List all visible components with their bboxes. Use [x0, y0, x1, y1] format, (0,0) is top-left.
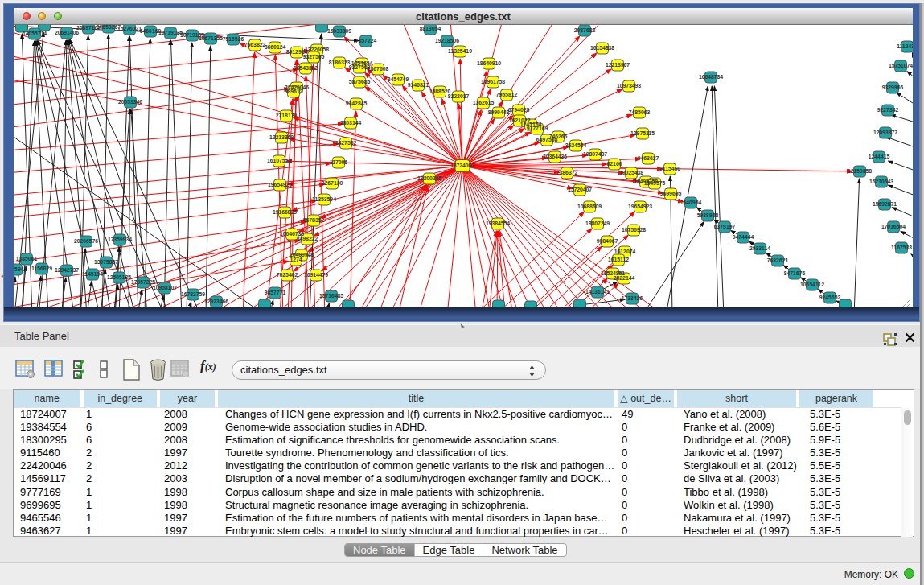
svg-text:20691406: 20691406: [55, 30, 79, 35]
svg-text:7485063: 7485063: [629, 109, 651, 115]
svg-text:8990448: 8990448: [488, 109, 510, 115]
svg-text:16782759: 16782759: [181, 291, 205, 297]
svg-text:19384554: 19384554: [486, 220, 510, 226]
svg-text:11325419: 11325419: [448, 48, 472, 54]
svg-text:2718170: 2718170: [276, 113, 298, 118]
svg-text:16154838: 16154838: [590, 45, 614, 51]
svg-text:12923466: 12923466: [204, 299, 228, 304]
svg-text:1385061: 1385061: [16, 256, 38, 262]
svg-text:8678352: 8678352: [303, 217, 325, 223]
svg-text:7955812: 7955812: [496, 92, 518, 97]
svg-text:1362615: 1362615: [473, 100, 495, 105]
svg-text:10025438: 10025438: [619, 170, 643, 175]
svg-text:8813054: 8813054: [420, 26, 441, 31]
svg-text:20364436: 20364436: [543, 154, 567, 159]
svg-text:9699695: 9699695: [660, 191, 682, 196]
svg-text:20053346: 20053346: [118, 99, 142, 105]
svg-text:15692871: 15692871: [873, 201, 897, 207]
svg-text:1274: 1274: [290, 257, 302, 262]
svg-text:1612074: 1612074: [614, 249, 636, 254]
svg-text:9327505: 9327505: [303, 54, 325, 60]
svg-text:10719135: 10719135: [158, 30, 183, 35]
svg-text:9463627: 9463627: [638, 155, 659, 161]
svg-text:10654112: 10654112: [800, 282, 824, 287]
svg-text:12213967: 12213967: [606, 62, 630, 68]
svg-text:2087682: 2087682: [574, 27, 596, 33]
svg-text:7632621: 7632621: [767, 257, 789, 263]
svg-text:16914479: 16914479: [304, 272, 328, 278]
svg-text:1244415: 1244415: [869, 154, 890, 159]
svg-text:20206576: 20206576: [74, 238, 98, 244]
svg-text:10756928: 10756928: [622, 227, 646, 233]
svg-text:8454749: 8454749: [388, 76, 409, 82]
svg-text:18807249: 18807249: [585, 220, 610, 226]
svg-text:8186323: 8186323: [329, 60, 351, 65]
svg-text:8660124: 8660124: [265, 44, 286, 50]
svg-text:10958107: 10958107: [153, 285, 177, 290]
svg-text:9242845: 9242845: [346, 101, 368, 106]
svg-text:1733426: 1733426: [622, 295, 643, 301]
svg-text:16961758: 16961758: [481, 79, 505, 84]
svg-text:1145194: 1145194: [82, 271, 103, 277]
svg-text:2522144: 2522144: [614, 275, 635, 281]
svg-text:62160: 62160: [607, 161, 622, 167]
svg-text:1640954: 1640954: [680, 200, 702, 205]
svg-text:12213369: 12213369: [269, 134, 294, 140]
svg-text:1156829: 1156829: [31, 266, 52, 271]
svg-text:1615112: 1615112: [608, 257, 629, 262]
svg-text:1549575: 1549575: [644, 180, 666, 186]
svg-text:12505135: 12505135: [107, 274, 131, 280]
svg-text:6497508: 6497508: [536, 137, 558, 142]
svg-text:12159358: 12159358: [848, 168, 872, 174]
svg-text:5875685: 5875685: [349, 79, 371, 84]
svg-text:16671355: 16671355: [199, 35, 223, 41]
svg-text:3624554: 3624554: [565, 142, 587, 148]
svg-text:6794028: 6794028: [508, 107, 530, 113]
svg-text:9245652: 9245652: [819, 295, 841, 300]
svg-text:9329966: 9329966: [882, 84, 904, 90]
svg-text:8471676: 8471676: [784, 270, 806, 276]
svg-text:7386372: 7386372: [556, 170, 578, 175]
svg-text:7625402: 7625402: [277, 272, 298, 278]
svg-text:19654925: 19654925: [268, 182, 292, 187]
svg-text:2867608: 2867608: [368, 66, 389, 72]
svg-text:16107552: 16107552: [267, 158, 291, 163]
svg-text:17016504: 17016504: [881, 224, 906, 229]
svg-text:12093877: 12093877: [873, 130, 897, 135]
svg-text:9857771: 9857771: [265, 290, 286, 295]
svg-text:12975115: 12975115: [630, 130, 655, 136]
svg-text:17957225: 17957225: [131, 279, 155, 285]
svg-text:2803144: 2803144: [340, 120, 362, 126]
svg-text:14136141: 14136141: [585, 289, 610, 295]
svg-text:18300295: 18300295: [417, 175, 441, 181]
svg-text:117006: 117006: [330, 159, 348, 165]
svg-text:10807487: 10807487: [583, 151, 607, 157]
svg-text:18724007: 18724007: [450, 163, 474, 168]
svg-text:6379197: 6379197: [714, 224, 736, 229]
svg-text:10688609: 10688609: [577, 204, 602, 209]
svg-text:13975887: 13975887: [94, 259, 118, 265]
svg-text:19166825: 19166825: [273, 209, 297, 215]
svg-text:15276021: 15276021: [117, 26, 142, 31]
svg-text:16648784: 16648784: [699, 74, 723, 80]
svg-text:16033809: 16033809: [327, 28, 351, 34]
svg-text:9777169: 9777169: [527, 126, 548, 131]
svg-text:19654923: 19654923: [628, 204, 652, 209]
svg-text:989612: 989612: [285, 89, 303, 94]
svg-text:7357224: 7357224: [355, 38, 377, 43]
svg-text:8322037: 8322037: [448, 93, 470, 99]
svg-text:9115460: 9115460: [659, 166, 680, 171]
svg-text:10973493: 10973493: [617, 83, 641, 89]
svg-text:8427552: 8427552: [335, 140, 357, 146]
svg-text:9146821: 9146821: [408, 82, 429, 88]
svg-text:3267130: 3267130: [322, 180, 343, 186]
svg-text:9227342: 9227342: [877, 107, 899, 113]
svg-text:3915941: 3915941: [14, 266, 27, 272]
svg-text:18640910: 18640910: [477, 60, 501, 66]
svg-text:1112437: 1112437: [897, 43, 913, 49]
svg-text:7663822: 7663822: [244, 42, 266, 47]
svg-text:3498222: 3498222: [297, 236, 318, 241]
svg-text:13226058: 13226058: [305, 47, 329, 52]
svg-text:17359934: 17359934: [108, 237, 132, 242]
svg-text:15720407: 15720407: [568, 187, 592, 192]
